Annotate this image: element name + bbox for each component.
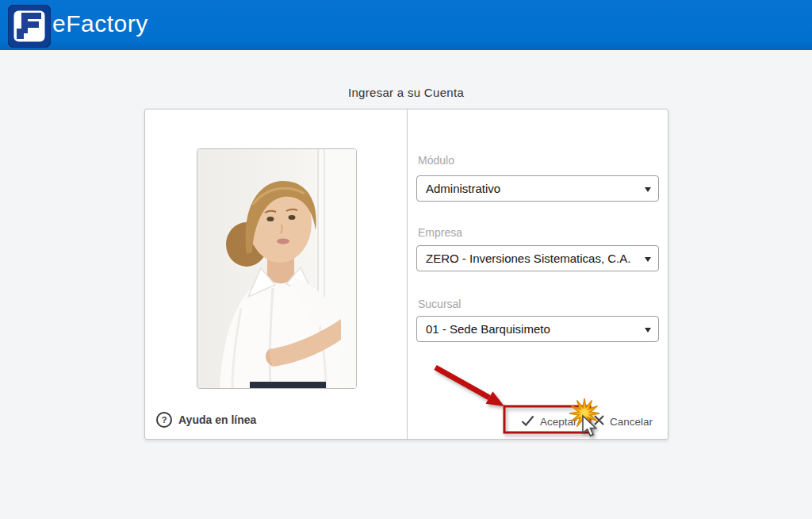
sucursal-label: Sucursal bbox=[418, 298, 461, 310]
empresa-select[interactable]: ZERO - Inversiones Sistematicas, C.A. bbox=[416, 245, 659, 271]
cancel-label: Cancelar bbox=[610, 416, 653, 428]
online-help-link[interactable]: ? Ayuda en línea bbox=[156, 412, 256, 428]
cancel-button[interactable]: Cancelar bbox=[594, 408, 653, 435]
check-icon bbox=[521, 415, 534, 429]
panel-divider bbox=[407, 110, 408, 439]
app-title: eFactory bbox=[52, 10, 148, 37]
sucursal-value: 01 - Sede Barquisimeto bbox=[426, 322, 550, 336]
login-screen: eFactory Ingresar a su Cuenta bbox=[0, 0, 812, 519]
modulo-value: Administrativo bbox=[426, 182, 500, 195]
modulo-select[interactable]: Administrativo bbox=[416, 175, 659, 202]
chevron-down-icon bbox=[645, 257, 651, 262]
sucursal-select[interactable]: 01 - Sede Barquisimeto bbox=[416, 316, 659, 342]
online-help-label: Ayuda en línea bbox=[178, 413, 256, 426]
page-title: Ingresar a su Cuenta bbox=[0, 86, 812, 99]
app-header: eFactory bbox=[0, 0, 812, 50]
empresa-value: ZERO - Inversiones Sistematicas, C.A. bbox=[426, 252, 630, 265]
modulo-label: Módulo bbox=[418, 154, 454, 167]
login-card: ? Ayuda en línea Módulo Administrativo E… bbox=[144, 109, 668, 440]
accept-button[interactable]: Aceptar bbox=[521, 408, 577, 435]
accept-label: Aceptar bbox=[540, 416, 577, 428]
chevron-down-icon bbox=[645, 328, 651, 333]
chevron-down-icon bbox=[645, 187, 651, 192]
close-icon bbox=[594, 415, 604, 428]
user-photo bbox=[197, 148, 357, 389]
empresa-label: Empresa bbox=[418, 226, 462, 239]
question-icon: ? bbox=[156, 412, 172, 428]
efactory-logo-icon bbox=[8, 5, 51, 48]
